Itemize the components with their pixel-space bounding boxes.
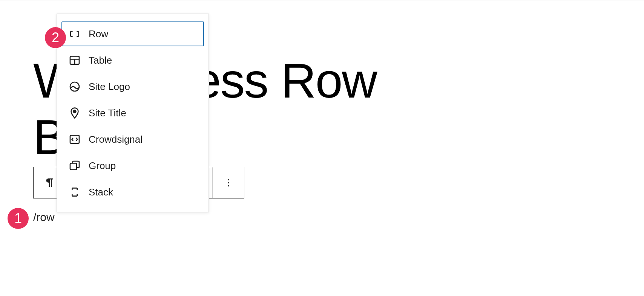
svg-point-7 bbox=[74, 110, 76, 113]
site-title-icon bbox=[68, 107, 81, 119]
block-option-crowdsignal[interactable]: Crowdsignal bbox=[61, 127, 204, 152]
table-icon bbox=[68, 54, 81, 67]
block-option-group[interactable]: Group bbox=[61, 153, 204, 178]
stack-icon bbox=[68, 186, 81, 198]
block-option-label: Stack bbox=[89, 186, 113, 198]
block-option-row[interactable]: Row bbox=[61, 21, 204, 46]
top-divider bbox=[0, 0, 644, 0]
svg-point-1 bbox=[227, 182, 229, 183]
block-option-label: Site Logo bbox=[89, 81, 130, 93]
block-option-label: Group bbox=[89, 160, 116, 172]
svg-point-0 bbox=[227, 179, 229, 180]
site-logo-icon bbox=[68, 80, 81, 93]
row-icon bbox=[68, 27, 81, 40]
svg-rect-9 bbox=[70, 163, 77, 169]
slash-command-input[interactable]: /row bbox=[33, 211, 55, 224]
svg-point-2 bbox=[227, 185, 229, 186]
crowdsignal-icon bbox=[68, 133, 81, 146]
paragraph-icon bbox=[43, 176, 56, 189]
more-vertical-icon bbox=[223, 177, 234, 188]
group-icon bbox=[68, 159, 81, 172]
annotation-badge-1: 1 bbox=[8, 208, 29, 229]
block-option-site-title[interactable]: Site Title bbox=[61, 101, 204, 125]
block-option-site-logo[interactable]: Site Logo bbox=[61, 74, 204, 99]
block-option-label: Row bbox=[89, 28, 108, 40]
block-autocomplete-popover: Row Table Site Logo Site Title bbox=[57, 14, 209, 212]
block-option-table[interactable]: Table bbox=[61, 48, 204, 73]
more-options-button[interactable] bbox=[212, 167, 244, 198]
block-option-stack[interactable]: Stack bbox=[61, 180, 204, 204]
block-option-label: Table bbox=[89, 55, 112, 66]
annotation-badge-2: 2 bbox=[45, 27, 66, 48]
block-option-label: Site Title bbox=[89, 107, 126, 119]
block-option-label: Crowdsignal bbox=[89, 134, 143, 145]
